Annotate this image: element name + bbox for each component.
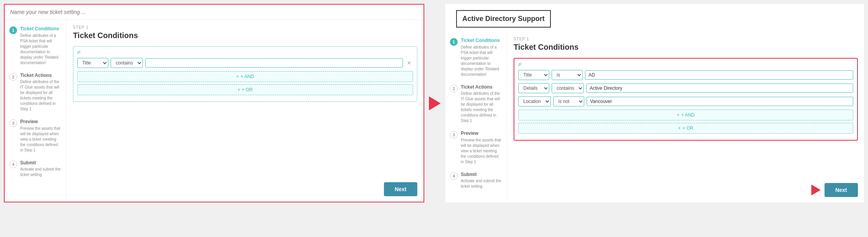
left-step-item-4: 4 Submit Activate and submit the ticket … (9, 160, 62, 178)
right-field-select-0[interactable]: Title (518, 70, 549, 80)
left-or-label: + OR (242, 87, 253, 92)
right-field-select-2[interactable]: Location (518, 96, 551, 106)
right-condition-row-2: Location is not (518, 96, 853, 106)
arrow-icon (429, 96, 441, 110)
left-field-select[interactable]: Title (77, 58, 108, 68)
step-title-2: Ticket Actions (20, 73, 62, 79)
step-number-3: 3 (9, 119, 17, 127)
left-remove-condition-button[interactable]: ✕ (405, 60, 413, 66)
right-step-title-3: Preview (461, 131, 502, 137)
left-step-item-3: 3 Preview Preview the assets that will b… (9, 119, 62, 153)
right-step-desc-4: Activate and submit the ticket setting (461, 178, 502, 189)
right-and-button[interactable]: + + AND (518, 110, 853, 120)
left-condition-row: Title contains ✕ (77, 58, 413, 68)
step-text-2: Ticket Actions Define attributes of the … (20, 73, 62, 112)
right-step-number-2: 2 (450, 85, 458, 92)
left-condition-value-input[interactable] (145, 58, 403, 68)
left-steps-sidebar: 1 Ticket Conditions Define attributes of… (5, 20, 67, 202)
right-if-label: IF (518, 63, 853, 67)
left-operator-select[interactable]: contains (111, 58, 143, 68)
right-field-select-1[interactable]: Details (518, 83, 549, 93)
right-steps-sidebar: 1 Ticket Conditions Define attributes of… (445, 31, 507, 202)
left-and-button[interactable]: + + AND (77, 71, 413, 82)
name-input-bar (5, 5, 424, 20)
step-desc-3: Preview the assets that will be displaye… (20, 126, 62, 153)
right-condition-row-1: Details contains (518, 83, 853, 93)
right-step-desc-1: Define attributes of a PSA ticket that w… (461, 45, 502, 77)
right-condition-value-1[interactable] (586, 84, 853, 93)
right-title: Active Directory Support (462, 15, 545, 23)
step-number-1: 1 (9, 26, 17, 34)
right-or-label: + OR (682, 125, 693, 131)
step-desc-1: Define attributes of a PSA ticket that w… (20, 33, 62, 66)
right-step-text-2: Ticket Actions Define attributes of the … (461, 84, 502, 124)
right-step-item-3: 3 Preview Preview the assets that will b… (450, 131, 502, 165)
left-or-icon: + (238, 87, 240, 92)
right-or-button[interactable]: + + OR (518, 123, 853, 134)
step-title-4: Submit (20, 160, 62, 166)
right-operator-select-1[interactable]: contains (552, 83, 584, 93)
step-desc-4: Activate and submit the ticket setting (20, 167, 62, 178)
left-if-label: IF (77, 51, 413, 55)
left-or-button[interactable]: + + OR (77, 84, 413, 95)
step-number-4: 4 (9, 160, 17, 168)
left-and-label: + AND (241, 74, 254, 79)
right-step-text-1: Ticket Conditions Define attributes of a… (461, 38, 502, 77)
next-arrow-icon (811, 185, 821, 195)
step-number-2: 2 (9, 73, 17, 81)
right-operator-select-0[interactable]: is (552, 70, 583, 80)
left-step-label: STEP 1 (73, 25, 417, 30)
right-step-desc-3: Preview the assets that will be displaye… (461, 138, 502, 165)
right-step-title-4: Submit (461, 172, 502, 178)
right-step-item-1: 1 Ticket Conditions Define attributes of… (450, 38, 502, 77)
step-text-4: Submit Activate and submit the ticket se… (20, 160, 62, 178)
left-step-item-1: 1 Ticket Conditions Define attributes of… (9, 26, 62, 66)
right-title-bar: Active Directory Support (456, 10, 551, 28)
step-text-1: Ticket Conditions Define attributes of a… (20, 26, 62, 66)
right-or-icon: + (678, 125, 681, 131)
right-operator-select-2[interactable]: is not (553, 96, 584, 106)
right-step-number-4: 4 (450, 172, 458, 180)
right-step-text-3: Preview Preview the assets that will be … (461, 131, 502, 165)
right-step-item-4: 4 Submit Activate and submit the ticket … (450, 172, 502, 190)
left-step-heading: Ticket Conditions (73, 31, 417, 40)
right-step-heading: Ticket Conditions (514, 43, 858, 52)
right-condition-value-0[interactable] (585, 70, 853, 80)
left-next-button[interactable]: Next (384, 182, 417, 196)
left-step-item-2: 2 Ticket Actions Define attributes of th… (9, 73, 62, 112)
left-and-icon: + (236, 74, 239, 79)
right-step-number-3: 3 (450, 131, 458, 139)
right-main-content: STEP 1 Ticket Conditions IF Title is Det… (507, 31, 864, 202)
left-conditions-box: IF Title contains ✕ + (73, 46, 417, 102)
right-step-desc-2: Define attributes of the IT Glue assets … (461, 91, 502, 124)
step-title-3: Preview (20, 119, 62, 125)
step-desc-2: Define attributes of the IT Glue assets … (20, 79, 62, 112)
right-step-text-4: Submit Activate and submit the ticket se… (461, 172, 502, 190)
right-and-icon: + (677, 112, 679, 118)
right-step-title-2: Ticket Actions (461, 84, 502, 91)
right-step-label: STEP 1 (514, 37, 858, 41)
left-main-content: STEP 1 Ticket Conditions IF Title contai… (67, 20, 424, 202)
right-and-label: + AND (681, 112, 695, 118)
right-step-item-2: 2 Ticket Actions Define attributes of th… (450, 84, 502, 124)
right-step-number-1: 1 (450, 38, 458, 46)
right-condition-value-2[interactable] (587, 97, 853, 106)
right-next-button[interactable]: Next (825, 183, 858, 197)
ticket-name-input[interactable] (10, 9, 418, 15)
right-step-title-1: Ticket Conditions (461, 38, 502, 44)
arrow-wrapper (427, 4, 442, 202)
step-title-1: Ticket Conditions (20, 26, 62, 32)
right-panel: Active Directory Support 1 Ticket Condit… (445, 4, 864, 202)
right-conditions-box: IF Title is Details contains Location is… (514, 58, 858, 141)
right-condition-row-0: Title is (518, 70, 853, 80)
left-panel: 1 Ticket Conditions Define attributes of… (4, 4, 424, 202)
step-text-3: Preview Preview the assets that will be … (20, 119, 62, 153)
